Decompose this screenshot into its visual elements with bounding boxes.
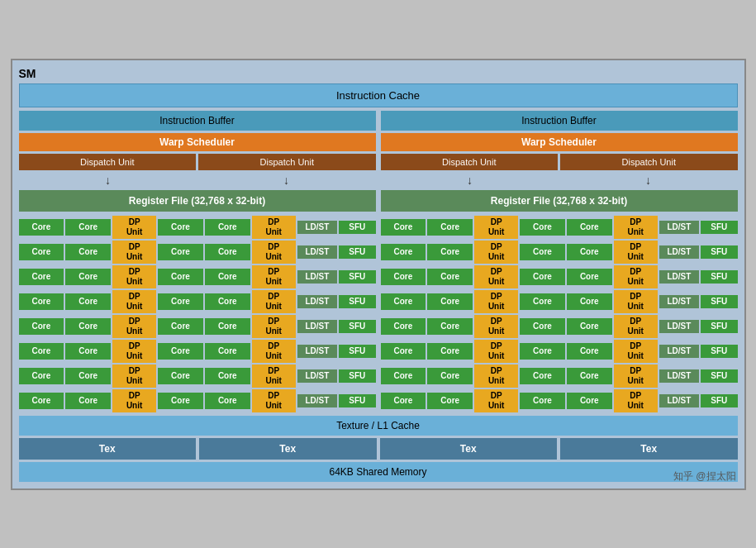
core-cell: Core	[567, 368, 612, 384]
core-cell: Core	[567, 244, 612, 260]
dp-unit-cell: DP Unit	[112, 241, 156, 264]
dp-unit-cell: DP Unit	[474, 389, 518, 412]
core-cell: Core	[520, 343, 565, 360]
sfu-cell: SFU	[701, 295, 737, 308]
left-warp-scheduler: Warp Scheduler	[19, 133, 376, 151]
texture-cache: Texture / L1 Cache	[19, 416, 738, 436]
core-row: CoreCoreDP UnitCoreCoreDP UnitLD/STSFU	[381, 241, 738, 264]
tex-3: Tex	[380, 438, 558, 460]
ldst-cell: LD/ST	[297, 245, 338, 259]
dp-unit-cell: DP Unit	[112, 290, 156, 313]
dp-unit-cell: DP Unit	[252, 389, 296, 412]
dp-unit-cell: DP Unit	[112, 216, 156, 239]
core-cell: Core	[427, 368, 473, 384]
core-cell: Core	[205, 219, 250, 236]
watermark: 知乎 @捏太阳	[673, 469, 736, 484]
left-dispatch-1: Dispatch Unit	[19, 154, 197, 170]
core-cell: Core	[65, 293, 111, 310]
core-cell: Core	[19, 368, 64, 384]
left-arrow-row: ↓ ↓	[19, 173, 376, 188]
left-dispatch-2: Dispatch Unit	[198, 154, 376, 170]
left-core-grid: CoreCoreDP UnitCoreCoreDP UnitLD/STSFUCo…	[19, 216, 376, 412]
core-cell: Core	[520, 219, 565, 236]
sm-container: SM Instruction Cache Instruction Buffer …	[11, 59, 746, 490]
core-cell: Core	[520, 269, 565, 285]
core-cell: Core	[205, 269, 250, 285]
core-row: CoreCoreDP UnitCoreCoreDP UnitLD/STSFU	[381, 290, 738, 313]
core-row: CoreCoreDP UnitCoreCoreDP UnitLD/STSFU	[381, 365, 738, 388]
core-cell: Core	[19, 219, 64, 236]
core-cell: Core	[158, 219, 203, 236]
dp-unit-cell: DP Unit	[474, 265, 518, 288]
sfu-cell: SFU	[701, 270, 737, 284]
two-columns: Instruction Buffer Warp Scheduler Dispat…	[19, 111, 738, 412]
core-row: CoreCoreDP UnitCoreCoreDP UnitLD/STSFU	[381, 216, 738, 239]
sfu-cell: SFU	[701, 369, 737, 383]
sfu-cell: SFU	[701, 320, 737, 333]
sfu-cell: SFU	[701, 394, 737, 407]
core-cell: Core	[381, 393, 426, 409]
ldst-cell: LD/ST	[659, 345, 700, 358]
dp-unit-cell: DP Unit	[112, 365, 156, 388]
core-row: CoreCoreDP UnitCoreCoreDP UnitLD/STSFU	[19, 265, 376, 288]
core-cell: Core	[158, 343, 203, 360]
left-half: Instruction Buffer Warp Scheduler Dispat…	[19, 111, 376, 412]
sfu-cell: SFU	[701, 245, 737, 259]
sfu-cell: SFU	[339, 369, 375, 383]
core-cell: Core	[567, 318, 612, 335]
left-instr-buffer: Instruction Buffer	[19, 111, 376, 131]
core-cell: Core	[427, 318, 473, 335]
ldst-cell: LD/ST	[659, 295, 700, 308]
sfu-cell: SFU	[339, 245, 375, 259]
core-cell: Core	[158, 293, 203, 310]
dp-unit-cell: DP Unit	[614, 265, 658, 288]
dp-unit-cell: DP Unit	[474, 365, 518, 388]
core-cell: Core	[381, 219, 426, 236]
core-cell: Core	[158, 318, 203, 335]
tex-2: Tex	[199, 438, 377, 460]
core-cell: Core	[65, 343, 111, 360]
dp-unit-cell: DP Unit	[474, 290, 518, 313]
dp-unit-cell: DP Unit	[112, 389, 156, 412]
dp-unit-cell: DP Unit	[614, 389, 658, 412]
core-cell: Core	[205, 244, 250, 260]
ldst-cell: LD/ST	[297, 394, 338, 407]
core-cell: Core	[19, 244, 64, 260]
core-cell: Core	[19, 293, 64, 310]
tex-row: Tex Tex Tex Tex	[19, 438, 738, 460]
dp-unit-cell: DP Unit	[252, 365, 296, 388]
left-register-file: Register File (32,768 x 32-bit)	[19, 190, 376, 212]
sm-label: SM	[19, 67, 738, 80]
core-cell: Core	[19, 393, 64, 409]
ldst-cell: LD/ST	[297, 320, 338, 333]
core-cell: Core	[381, 269, 426, 285]
core-cell: Core	[19, 269, 64, 285]
right-dispatch-1: Dispatch Unit	[381, 154, 559, 170]
core-cell: Core	[158, 244, 203, 260]
core-cell: Core	[158, 269, 203, 285]
sfu-cell: SFU	[339, 320, 375, 333]
left-dispatch-row: Dispatch Unit Dispatch Unit	[19, 154, 376, 170]
right-warp-scheduler: Warp Scheduler	[381, 133, 738, 151]
ldst-cell: LD/ST	[659, 245, 700, 259]
core-cell: Core	[381, 368, 426, 384]
sfu-cell: SFU	[339, 221, 375, 234]
core-row: CoreCoreDP UnitCoreCoreDP UnitLD/STSFU	[19, 365, 376, 388]
core-row: CoreCoreDP UnitCoreCoreDP UnitLD/STSFU	[19, 216, 376, 239]
dp-unit-cell: DP Unit	[252, 241, 296, 264]
dp-unit-cell: DP Unit	[252, 290, 296, 313]
sfu-cell: SFU	[339, 394, 375, 407]
sfu-cell: SFU	[701, 221, 737, 234]
core-cell: Core	[520, 244, 565, 260]
core-cell: Core	[65, 219, 111, 236]
core-cell: Core	[19, 318, 64, 335]
dp-unit-cell: DP Unit	[614, 290, 658, 313]
core-cell: Core	[381, 293, 426, 310]
core-cell: Core	[567, 343, 612, 360]
right-dispatch-2: Dispatch Unit	[560, 154, 738, 170]
dp-unit-cell: DP Unit	[614, 216, 658, 239]
core-cell: Core	[65, 244, 111, 260]
dp-unit-cell: DP Unit	[614, 365, 658, 388]
ldst-cell: LD/ST	[297, 369, 338, 383]
core-cell: Core	[65, 393, 111, 409]
